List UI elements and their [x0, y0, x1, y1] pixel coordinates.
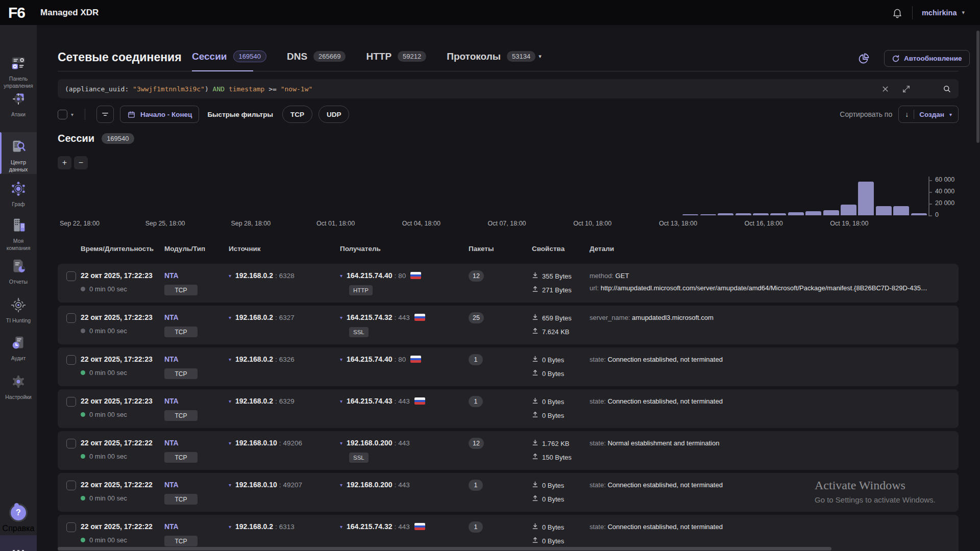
target-address[interactable]: ▾192.168.0.200:443	[340, 481, 469, 489]
tab-http[interactable]: HTTP59212	[366, 51, 426, 62]
quick-filter-chip-udp[interactable]: UDP	[318, 106, 350, 123]
expand-caret-icon[interactable]: ▾	[340, 357, 342, 362]
expand-caret-icon[interactable]: ▾	[229, 482, 231, 488]
source-address[interactable]: ▾192.168.0.2:6329	[229, 397, 340, 405]
horizontal-scrollbar[interactable]	[58, 547, 831, 550]
target-port: 443	[398, 314, 410, 321]
expand-caret-icon[interactable]: ▾	[229, 524, 231, 530]
query-input[interactable]: (appliance_uuid: "3wwjf1mtnnlm3i9c") AND…	[58, 79, 959, 98]
row-checkbox[interactable]	[66, 313, 76, 323]
sort-direction-icon[interactable]: ↓	[905, 110, 909, 118]
sidebar-item-ti-hunting[interactable]: TI Hunting	[0, 295, 37, 324]
expand-caret-icon[interactable]: ▾	[229, 398, 231, 404]
search-icon[interactable]	[942, 84, 951, 93]
chart-summary-icon[interactable]	[857, 53, 870, 67]
histogram-bar[interactable]	[788, 212, 804, 215]
section-heading: Сессии 169540	[58, 133, 134, 144]
target-address[interactable]: ▾164.215.74.32:443	[340, 522, 469, 531]
sidebar-item-attacks[interactable]: Атаки	[0, 89, 37, 118]
histogram-bar[interactable]	[876, 206, 892, 215]
expand-caret-icon[interactable]: ▾	[340, 273, 342, 279]
tab-протоколы[interactable]: Протоколы53134▾	[447, 51, 541, 62]
notifications-bell-icon[interactable]	[892, 7, 903, 18]
tab-dns[interactable]: DNS265669	[287, 51, 346, 62]
apps-launcher-button[interactable]	[0, 535, 37, 551]
select-menu-caret-icon[interactable]: ▾	[71, 112, 74, 117]
date-range-button[interactable]: Начало - Конец	[120, 106, 199, 123]
sidebar-item-settings[interactable]: Настройки	[0, 372, 37, 400]
histogram-bar[interactable]	[841, 205, 856, 215]
session-duration: 0 min 00 sec	[89, 453, 127, 460]
select-all-checkbox[interactable]	[58, 110, 67, 119]
quick-filter-chip-tcp[interactable]: TCP	[282, 106, 312, 123]
sessions-histogram[interactable]	[58, 176, 928, 215]
expand-caret-icon[interactable]: ▾	[229, 315, 231, 320]
row-checkbox[interactable]	[66, 271, 76, 281]
expand-caret-icon[interactable]: ▾	[229, 273, 231, 279]
expand-query-icon[interactable]	[902, 85, 911, 93]
expand-caret-icon[interactable]: ▾	[340, 524, 342, 530]
sidebar-item-audit[interactable]: Аудит	[0, 333, 37, 362]
histogram-bar[interactable]	[823, 210, 839, 215]
sidebar-item-help[interactable]: ? Справка	[0, 504, 37, 533]
expand-caret-icon[interactable]: ▾	[340, 398, 342, 404]
zoom-out-button[interactable]: −	[74, 156, 88, 169]
expand-caret-icon[interactable]: ▾	[340, 482, 342, 488]
tab-сессии[interactable]: Сессии169540	[192, 51, 266, 62]
row-checkbox[interactable]	[66, 439, 76, 448]
histogram-bar[interactable]	[736, 213, 751, 215]
clear-query-icon[interactable]	[881, 85, 890, 93]
sidebar-item-graph[interactable]: Граф	[0, 179, 37, 208]
source-address[interactable]: ▾192.168.0.2:6327	[229, 313, 340, 321]
x-tick-label: Oct 19, 18:00	[830, 220, 868, 227]
sidebar-item-dashboard[interactable]: Панель управления	[0, 54, 37, 89]
histogram-bar[interactable]	[858, 182, 874, 215]
autorefresh-button[interactable]: Автообновление	[884, 50, 970, 67]
row-checkbox[interactable]	[66, 522, 76, 532]
source-address[interactable]: ▾192.168.0.10:49206	[229, 439, 340, 447]
expand-caret-icon[interactable]: ▾	[229, 440, 231, 446]
source-address[interactable]: ▾192.168.0.2:6313	[229, 522, 340, 531]
histogram-bar[interactable]	[700, 214, 716, 215]
protocol-type-chip: TCP	[164, 410, 198, 421]
row-checkbox[interactable]	[66, 397, 76, 407]
row-checkbox[interactable]	[66, 481, 76, 490]
sidebar-item-data-center[interactable]: Центр данных	[0, 132, 37, 174]
source-address[interactable]: ▾192.168.0.10:49207	[229, 481, 340, 489]
expand-caret-icon[interactable]: ▾	[229, 357, 231, 362]
packets-cell: 12	[469, 264, 532, 303]
histogram-bar[interactable]	[718, 213, 733, 215]
target-address[interactable]: ▾164.215.74.32:443	[340, 313, 469, 321]
source-address[interactable]: ▾192.168.0.2:6326	[229, 355, 340, 363]
target-address[interactable]: ▾164.215.74.40:80	[340, 271, 469, 280]
histogram-bar[interactable]	[805, 211, 821, 215]
target-address[interactable]: ▾192.168.0.200:443	[340, 439, 469, 447]
session-duration: 0 min 00 sec	[89, 369, 127, 377]
source-address[interactable]: ▾192.168.0.2:6328	[229, 271, 340, 280]
sidebar-item-reports[interactable]: Отчеты	[0, 257, 37, 285]
histogram-bar[interactable]	[682, 214, 698, 215]
user-menu[interactable]: mchirkina ▾	[922, 9, 965, 17]
histogram-bar[interactable]	[753, 213, 769, 215]
target-cell: ▾192.168.0.200:443	[340, 473, 469, 512]
chevron-down-icon[interactable]: ▾	[538, 53, 542, 60]
histogram-bar[interactable]	[893, 206, 909, 215]
target-address[interactable]: ▾164.215.74.43:443	[340, 397, 469, 405]
ti-hunting-icon	[9, 295, 28, 317]
target-address[interactable]: ▾164.215.74.40:80	[340, 355, 469, 363]
histogram-bar[interactable]	[770, 213, 786, 215]
sidebar-item-company[interactable]: Моя компания	[0, 216, 37, 252]
reports-icon	[9, 257, 28, 278]
expand-caret-icon[interactable]: ▾	[340, 440, 342, 446]
expand-caret-icon[interactable]: ▾	[340, 315, 342, 320]
histogram-bar[interactable]	[911, 213, 927, 215]
table-row: 22 окт 2025, 17:22:230 min 00 secNTATCP▾…	[58, 347, 959, 386]
sort-button[interactable]: ↓ Создан ▾	[898, 106, 959, 123]
packets-count-badge: 1	[469, 521, 483, 533]
filters-button[interactable]	[96, 106, 114, 123]
vertical-scrollbar[interactable]	[976, 31, 979, 143]
row-checkbox[interactable]	[66, 355, 76, 365]
target-cell: ▾164.215.74.32:443	[340, 515, 469, 551]
zoom-in-button[interactable]: +	[58, 156, 71, 169]
session-duration: 0 min 00 sec	[89, 536, 127, 544]
